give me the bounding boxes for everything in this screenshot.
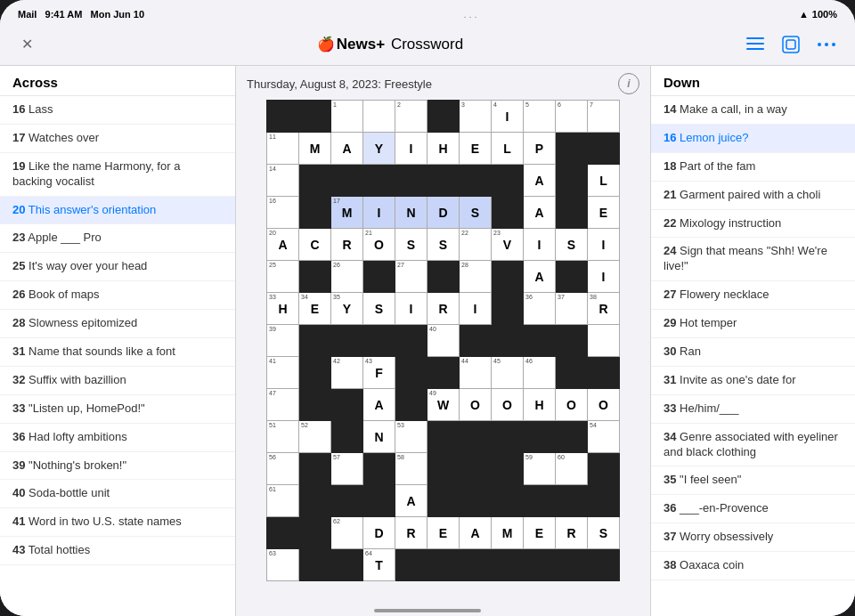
grid-cell[interactable]: 5: [524, 101, 556, 133]
grid-cell[interactable]: [299, 517, 331, 549]
grid-cell[interactable]: 33H: [267, 293, 299, 325]
grid-cell[interactable]: [299, 101, 331, 133]
grid-cell[interactable]: [428, 549, 460, 581]
grid-cell[interactable]: 36: [524, 293, 556, 325]
grid-cell[interactable]: O: [556, 389, 588, 421]
grid-cell[interactable]: [588, 357, 620, 389]
grid-cell[interactable]: [588, 325, 620, 357]
profile-button[interactable]: [777, 30, 805, 59]
down-clue-18[interactable]: 18 Part of the fam: [651, 153, 855, 182]
grid-cell[interactable]: S: [588, 517, 620, 549]
across-clue-19[interactable]: 19 Like the name Harmony, for a backing …: [0, 153, 235, 197]
grid-cell[interactable]: M: [299, 133, 331, 165]
grid-cell[interactable]: S: [428, 229, 460, 261]
grid-cell[interactable]: 61: [267, 485, 299, 517]
grid-cell[interactable]: E: [460, 133, 492, 165]
grid-cell[interactable]: 60: [556, 453, 588, 485]
grid-cell[interactable]: [588, 485, 620, 517]
down-clue-22[interactable]: 22 Mixology instruction: [651, 210, 855, 239]
grid-cell[interactable]: [588, 133, 620, 165]
grid-cell[interactable]: A: [460, 517, 492, 549]
grid-cell[interactable]: 17M: [331, 197, 363, 229]
grid-cell[interactable]: 45: [492, 357, 524, 389]
across-clue-40[interactable]: 40 Soda-bottle unit: [0, 480, 235, 508]
grid-cell[interactable]: [363, 261, 395, 293]
grid-cell[interactable]: [460, 549, 492, 581]
grid-cell[interactable]: 59: [524, 453, 556, 485]
grid-cell[interactable]: [267, 101, 299, 133]
down-clue-24[interactable]: 24 Sign that means "Shh! We're live!": [651, 238, 855, 281]
grid-cell[interactable]: [428, 357, 460, 389]
grid-cell[interactable]: [556, 549, 588, 581]
grid-cell[interactable]: 58: [395, 453, 428, 485]
grid-cell[interactable]: 53: [395, 421, 428, 453]
grid-cell[interactable]: I: [460, 293, 492, 325]
grid-cell[interactable]: O: [492, 389, 524, 421]
grid-cell[interactable]: A: [395, 485, 428, 517]
grid-cell[interactable]: [299, 485, 331, 517]
grid-cell[interactable]: [492, 261, 524, 293]
across-clue-31[interactable]: 31 Name that sounds like a font: [0, 338, 235, 367]
grid-cell[interactable]: [299, 389, 331, 421]
grid-cell[interactable]: [395, 165, 428, 197]
down-clue-36[interactable]: 36 ___-en-Provence: [651, 495, 855, 523]
grid-cell[interactable]: [331, 325, 363, 357]
grid-cell[interactable]: [267, 517, 299, 549]
grid-cell[interactable]: H: [524, 389, 556, 421]
grid-cell[interactable]: L: [492, 133, 524, 165]
grid-cell[interactable]: R: [428, 293, 460, 325]
grid-cell[interactable]: 46: [524, 357, 556, 389]
across-clue-36[interactable]: 36 Had lofty ambitions: [0, 424, 235, 452]
grid-cell[interactable]: [460, 421, 492, 453]
grid-cell[interactable]: P: [524, 133, 556, 165]
grid-cell[interactable]: 56: [267, 453, 299, 485]
across-clue-28[interactable]: 28 Slowness epitomized: [0, 310, 235, 338]
grid-cell[interactable]: [363, 325, 395, 357]
grid-cell[interactable]: [556, 261, 588, 293]
down-clue-35[interactable]: 35 "I feel seen": [651, 466, 855, 495]
grid-cell[interactable]: [331, 165, 363, 197]
grid-cell[interactable]: [299, 325, 331, 357]
grid-cell[interactable]: 22: [460, 229, 492, 261]
grid-cell[interactable]: N: [395, 197, 428, 229]
down-clue-29[interactable]: 29 Hot temper: [651, 310, 855, 338]
grid-cell[interactable]: I: [588, 229, 620, 261]
grid-cell[interactable]: L: [588, 165, 620, 197]
across-clue-25[interactable]: 25 It's way over your head: [0, 253, 235, 281]
grid-cell[interactable]: 54: [588, 421, 620, 453]
more-button[interactable]: [812, 30, 841, 59]
grid-cell[interactable]: [299, 197, 331, 229]
grid-cell[interactable]: [363, 485, 395, 517]
grid-cell[interactable]: [492, 453, 524, 485]
across-clue-41[interactable]: 41 Word in two U.S. state names: [0, 508, 235, 537]
grid-cell[interactable]: [460, 165, 492, 197]
grid-cell[interactable]: S: [363, 293, 395, 325]
grid-cell[interactable]: [395, 549, 428, 581]
grid-cell[interactable]: 35Y: [331, 293, 363, 325]
grid-cell[interactable]: [556, 325, 588, 357]
grid-cell[interactable]: [395, 389, 428, 421]
grid-cell[interactable]: [299, 165, 331, 197]
grid-cell[interactable]: [492, 549, 524, 581]
grid-cell[interactable]: [299, 549, 331, 581]
grid-cell[interactable]: [556, 165, 588, 197]
grid-cell[interactable]: [524, 325, 556, 357]
grid-cell[interactable]: 34E: [299, 293, 331, 325]
grid-cell[interactable]: 41: [267, 357, 299, 389]
grid-cell[interactable]: 42: [331, 357, 363, 389]
grid-cell[interactable]: D: [428, 197, 460, 229]
grid-cell[interactable]: [492, 325, 524, 357]
grid-cell[interactable]: [299, 261, 331, 293]
grid-cell[interactable]: [299, 357, 331, 389]
grid-cell[interactable]: Y: [363, 133, 395, 165]
down-clue-38[interactable]: 38 Oaxaca coin: [651, 552, 855, 580]
grid-cell[interactable]: [428, 485, 460, 517]
grid-cell[interactable]: [331, 421, 363, 453]
grid-cell[interactable]: [588, 549, 620, 581]
down-clue-33[interactable]: 33 He/him/___: [651, 395, 855, 424]
grid-cell[interactable]: A: [524, 165, 556, 197]
down-clue-14[interactable]: 14 Make a call, in a way: [651, 96, 855, 125]
down-clue-31[interactable]: 31 Invite as one's date for: [651, 367, 855, 395]
grid-cell[interactable]: [460, 453, 492, 485]
grid-cell[interactable]: 49W: [428, 389, 460, 421]
